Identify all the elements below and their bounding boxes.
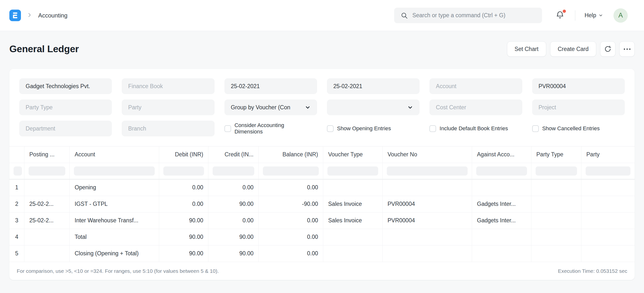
table-cell[interactable]: 0.00 [159, 196, 208, 213]
column-filter-input[interactable] [14, 166, 22, 176]
table-cell[interactable]: 25-02-2... [24, 196, 70, 213]
table-cell[interactable] [24, 180, 70, 196]
project-filter[interactable]: Project [532, 99, 625, 115]
column-filter-input[interactable] [263, 166, 319, 176]
column-filter-input[interactable] [28, 166, 65, 176]
table-cell[interactable]: IGST - GTPL [70, 196, 159, 213]
column-filter-input[interactable] [586, 166, 630, 176]
table-cell[interactable] [532, 213, 582, 229]
table-cell[interactable]: Total [70, 229, 159, 246]
refresh-button[interactable] [600, 41, 616, 57]
table-cell[interactable] [24, 229, 70, 246]
column-filter-input[interactable] [328, 166, 378, 176]
column-header[interactable]: Against Acco... [472, 146, 532, 163]
notifications-button[interactable] [555, 10, 565, 21]
group-by-select[interactable]: Group by Voucher (Con [224, 99, 317, 115]
show-cancelled-entries-checkbox[interactable]: Show Cancelled Entries [532, 125, 625, 132]
department-filter[interactable]: Department [19, 121, 112, 136]
column-filter-input[interactable] [74, 166, 155, 176]
table-cell[interactable] [532, 229, 582, 246]
table-cell[interactable]: 90.00 [159, 246, 208, 262]
help-menu[interactable]: Help [585, 12, 603, 19]
column-filter-input[interactable] [387, 166, 468, 176]
column-header[interactable]: Party Type [532, 146, 582, 163]
table-cell[interactable] [582, 229, 635, 246]
table-cell[interactable] [582, 213, 635, 229]
table-cell[interactable]: Closing (Opening + Total) [70, 246, 159, 262]
column-header[interactable]: Balance (INR) [259, 146, 323, 163]
table-cell[interactable] [532, 196, 582, 213]
table-cell[interactable] [323, 246, 382, 262]
table-cell[interactable] [582, 180, 635, 196]
table-cell[interactable]: 25-02-2... [24, 213, 70, 229]
column-header[interactable] [9, 146, 24, 163]
table-cell[interactable]: Opening [70, 180, 159, 196]
column-header[interactable]: Voucher No [382, 146, 472, 163]
table-cell[interactable] [532, 246, 582, 262]
table-cell[interactable]: 90.00 [208, 246, 259, 262]
table-cell[interactable] [472, 229, 532, 246]
table-cell[interactable]: 90.00 [208, 196, 259, 213]
table-cell[interactable]: 0.00 [208, 213, 259, 229]
table-cell[interactable] [382, 229, 472, 246]
menu-button[interactable] [619, 41, 635, 57]
finance-book-filter[interactable]: Finance Book [122, 78, 214, 94]
column-filter-input[interactable] [163, 166, 204, 176]
table-cell[interactable] [582, 196, 635, 213]
column-header[interactable]: Party [582, 146, 635, 163]
table-cell[interactable]: Inter Warehouse Transf... [70, 213, 159, 229]
table-cell[interactable]: 0.00 [159, 180, 208, 196]
table-cell[interactable] [323, 229, 382, 246]
table-cell[interactable] [24, 246, 70, 262]
to-date-filter[interactable]: 25-02-2021 [327, 78, 420, 94]
show-opening-entries-checkbox[interactable]: Show Opening Entries [327, 125, 420, 132]
set-chart-button[interactable]: Set Chart [507, 41, 546, 57]
table-cell[interactable]: 90.00 [159, 213, 208, 229]
column-header[interactable]: Credit (IN... [208, 146, 259, 163]
table-cell[interactable]: PVR00004 [382, 196, 472, 213]
table-cell[interactable] [382, 246, 472, 262]
consider-accounting-dimensions-checkbox[interactable]: Consider Accounting Dimensions [224, 122, 317, 135]
table-cell[interactable]: Gadgets Inter... [472, 196, 532, 213]
table-cell[interactable] [532, 180, 582, 196]
column-header[interactable]: Voucher Type [323, 146, 382, 163]
table-cell[interactable] [323, 180, 382, 196]
table-cell[interactable]: 0.00 [208, 180, 259, 196]
secondary-select[interactable] [327, 99, 420, 115]
voucher-no-filter[interactable]: PVR00004 [532, 78, 625, 94]
search-input[interactable]: Search or type a command (Ctrl + G) [394, 8, 542, 23]
column-filter-input[interactable] [476, 166, 527, 176]
column-filter-input[interactable] [536, 166, 577, 176]
from-date-filter[interactable]: 25-02-2021 [224, 78, 317, 94]
account-filter[interactable]: Account [430, 78, 522, 94]
table-cell[interactable] [472, 180, 532, 196]
table-cell[interactable]: 90.00 [208, 229, 259, 246]
branch-filter[interactable]: Branch [122, 121, 214, 136]
table-cell[interactable]: Gadgets Inter... [472, 213, 532, 229]
erpnext-logo[interactable] [9, 9, 21, 21]
table-cell[interactable]: -90.00 [259, 196, 323, 213]
table-cell[interactable]: 0.00 [259, 246, 323, 262]
create-card-button[interactable]: Create Card [550, 41, 596, 57]
table-cell[interactable]: 0.00 [259, 213, 323, 229]
party-type-filter[interactable]: Party Type [19, 99, 112, 115]
table-cell[interactable]: Sales Invoice [323, 213, 382, 229]
company-filter[interactable]: Gadget Technologies Pvt. [19, 78, 112, 94]
table-cell[interactable]: 0.00 [259, 229, 323, 246]
breadcrumb[interactable]: Accounting [38, 12, 68, 19]
avatar[interactable]: A [614, 8, 628, 23]
party-filter[interactable]: Party [122, 99, 214, 115]
table-cell[interactable]: 90.00 [159, 229, 208, 246]
table-cell[interactable] [382, 180, 472, 196]
table-cell[interactable]: Sales Invoice [323, 196, 382, 213]
include-default-book-entries-checkbox[interactable]: Include Default Book Entries [430, 125, 522, 132]
table-cell[interactable] [582, 246, 635, 262]
column-filter-input[interactable] [212, 166, 254, 176]
column-header[interactable]: Account [70, 146, 159, 163]
column-header[interactable]: Posting ... [24, 146, 70, 163]
table-cell[interactable]: PVR00004 [382, 213, 472, 229]
table-cell[interactable] [472, 246, 532, 262]
table-cell[interactable]: 0.00 [259, 180, 323, 196]
column-header[interactable]: Debit (INR) [159, 146, 208, 163]
cost-center-filter[interactable]: Cost Center [430, 99, 522, 115]
